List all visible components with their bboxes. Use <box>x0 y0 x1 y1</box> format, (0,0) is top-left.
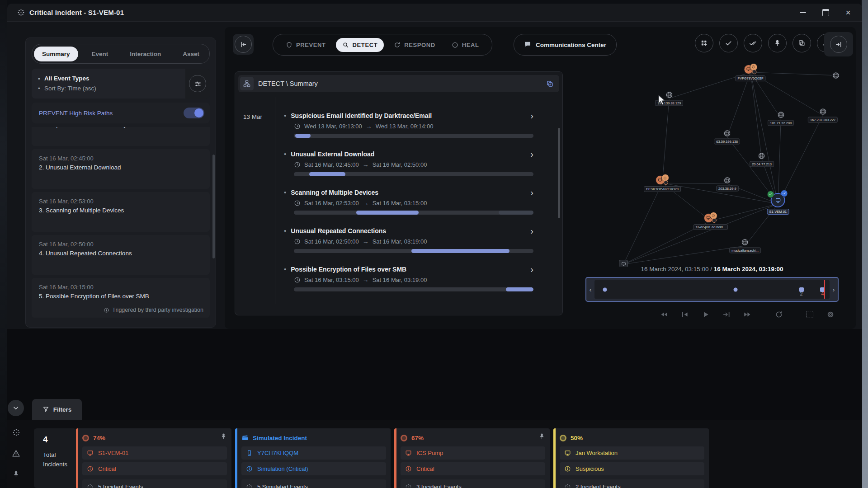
pin-icon[interactable] <box>538 433 545 441</box>
card-severity-row[interactable]: Simulation (Critical) <box>241 462 386 475</box>
chevron-right-icon[interactable]: › <box>530 264 533 275</box>
monitor-icon <box>405 450 412 456</box>
detect-event[interactable]: •Unusual Repeated Connections›Sat 16 Mar… <box>284 227 533 253</box>
card-events-row[interactable]: 5 Simulated Events <box>241 479 386 488</box>
replay-button[interactable] <box>774 310 783 319</box>
graph-node-musicalfansachi-[interactable]: musicalfansachi... <box>729 239 761 253</box>
pin-icon[interactable] <box>220 433 227 441</box>
expand-right-button[interactable] <box>824 32 853 56</box>
double-check-button[interactable] <box>744 34 762 52</box>
graph-node-203-38-59-9[interactable]: 203.38.59.9 <box>716 176 739 191</box>
check-button[interactable] <box>719 34 738 52</box>
sidebar-event-item[interactable]: 1. Suspicious Email Identified by Darktr… <box>32 127 210 146</box>
sidebar-event-item[interactable]: Sat 16 Mar, 02:53:003. Scanning of Multi… <box>32 192 210 232</box>
card-severity-row[interactable]: Suspicious <box>560 462 704 475</box>
total-incidents-word1: Total <box>43 450 76 460</box>
tab-summary[interactable]: Summary <box>34 47 78 61</box>
card-severity-row[interactable]: Critical <box>82 462 227 475</box>
tab-event[interactable]: Event <box>84 47 117 61</box>
rewind-button[interactable] <box>660 310 669 319</box>
detect-event[interactable]: •Scanning of Multiple Devices›Sat 16 Mar… <box>284 188 533 215</box>
detect-scrollbar[interactable] <box>558 128 560 218</box>
scrub-right-chevron[interactable]: › <box>830 286 838 293</box>
filters-tab[interactable]: Filters <box>32 399 82 420</box>
timeline-marker[interactable] <box>734 287 738 291</box>
scrub-left-chevron[interactable]: ‹ <box>586 286 594 293</box>
card-device-row[interactable]: ICS Pump <box>401 446 545 460</box>
incident-card-s1-vem-01[interactable]: 74%S1-VEM-01Critical5 Incident Events <box>76 428 231 488</box>
graph-node-fvfg78v6q0sf[interactable]: FVFG78V6Q0SF <box>736 63 766 81</box>
skip-next-button[interactable] <box>722 310 731 319</box>
card-events-row[interactable]: 2 Incident Events <box>560 479 704 488</box>
incident-mesh-icon[interactable] <box>12 428 20 436</box>
collapse-bottom-button[interactable] <box>8 400 24 416</box>
graph-node-s1-vem-01[interactable]: S1-VEM-01 <box>767 193 789 215</box>
fast-forward-button[interactable] <box>743 310 752 319</box>
communications-center-button[interactable]: Communications Center <box>514 34 617 56</box>
minimize-button[interactable] <box>797 7 809 19</box>
detect-event-title: Scanning of Multiple Devices <box>291 189 378 196</box>
phase-tab-prevent[interactable]: PREVENT <box>279 38 332 52</box>
incident-card-ics-pump[interactable]: 67%ICS PumpCritical3 Incident Events <box>394 428 550 488</box>
warning-icon[interactable] <box>12 449 20 458</box>
apps-add-button[interactable] <box>695 34 713 52</box>
graph-node-desktop-n2evo29[interactable]: DESKTOP-N2EVO29 <box>644 174 681 192</box>
phase-tab-respond[interactable]: RESPOND <box>387 38 442 52</box>
card-events-row[interactable]: 5 Incident Events <box>82 479 227 488</box>
skip-start-button[interactable] <box>680 310 689 319</box>
collapse-panel-button[interactable] <box>233 34 254 55</box>
chevron-right-icon[interactable]: › <box>530 111 533 121</box>
filter-summary-box: All Event Types Sort By: Time (asc) <box>32 69 210 99</box>
timeline-scrubber[interactable]: ‹ 24 › <box>585 277 839 302</box>
arrow-right-icon: → <box>363 199 369 206</box>
card-device-row[interactable]: Jan Workstation <box>560 446 704 460</box>
maximize-button[interactable] <box>820 7 831 19</box>
arrow-right-icon: → <box>363 161 369 168</box>
detect-event[interactable]: •Suspicious Email Identified by Darktrac… <box>284 112 533 138</box>
incident-card-y7ch7khqqm[interactable]: Simulated IncidentY7CH7KHQQMSimulation (… <box>235 428 391 488</box>
phase-tab-heal[interactable]: HEAL <box>445 38 486 52</box>
sidebar-scrollbar[interactable] <box>212 155 215 258</box>
chevron-right-icon[interactable]: › <box>530 149 533 160</box>
tab-interaction[interactable]: Interaction <box>122 47 169 61</box>
graph-node-167-237-203-227[interactable]: 167.237.203.227 <box>808 108 838 123</box>
detect-event[interactable]: •Possible Encryption of Files over SMB›S… <box>284 265 533 291</box>
timeline-marker[interactable] <box>603 287 607 291</box>
heal-icon <box>452 42 458 48</box>
chevron-right-icon[interactable]: › <box>530 226 533 236</box>
chevron-right-icon[interactable]: › <box>530 188 533 198</box>
card-device-row[interactable]: S1-VEM-01 <box>82 446 227 460</box>
device-name: Y7CH7KHQQM <box>257 450 298 456</box>
scrubber-track[interactable]: 24 <box>594 280 830 299</box>
copy-icon[interactable] <box>546 80 554 88</box>
card-events-row[interactable]: 3 Incident Events <box>401 479 545 488</box>
graph-node-191-139-88-129[interactable]: 191.139.88.129 <box>655 91 683 106</box>
copy-button[interactable] <box>793 34 811 52</box>
prevent-toggle[interactable] <box>184 108 204 118</box>
graph-node-181-71-32-208[interactable]: 181.71.32.208 <box>768 111 794 126</box>
phase-tab-detect[interactable]: DETECT <box>336 38 384 52</box>
graph-node[interactable] <box>832 71 840 79</box>
sidebar-event-item[interactable]: Sat 16 Mar, 02:50:004. Unusual Repeated … <box>32 235 210 275</box>
sidebar-event-item[interactable]: Sat 16 Mar, 03:15:005. Possible Encrypti… <box>32 278 210 318</box>
play-button[interactable] <box>701 310 710 319</box>
tab-asset[interactable]: Asset <box>175 47 208 61</box>
detect-event-title: Unusual Repeated Connections <box>291 227 386 235</box>
card-device-row[interactable]: Y7CH7KHQQM <box>241 446 386 460</box>
incident-card-jan-workstation[interactable]: 50%Jan WorkstationSuspicious2 Incident E… <box>553 428 709 488</box>
sidebar-event-item[interactable]: Sat 16 Mar, 02:45:002. Unusual External … <box>32 149 210 189</box>
graph-node-20-64-77-213[interactable]: 20.64.77.213 <box>750 152 774 167</box>
graph-node-63-59-199-136[interactable]: 63.59.199.136 <box>714 129 740 144</box>
playhead-line[interactable] <box>824 280 825 299</box>
settings-button[interactable] <box>826 310 835 319</box>
sliders-icon[interactable] <box>189 75 206 92</box>
close-button[interactable]: × <box>842 7 854 19</box>
select-area-button[interactable] <box>805 310 814 319</box>
graph-node-s1-dc-p01-ad-hold-[interactable]: s1-dc-p01.ad.hold... <box>693 212 728 230</box>
card-severity-row[interactable]: Critical <box>401 462 545 475</box>
detect-event[interactable]: •Unusual External Download›Sat 16 Mar, 0… <box>284 150 533 176</box>
events-count: 5 Incident Events <box>98 483 143 488</box>
pin-button[interactable] <box>768 34 787 52</box>
pin-icon[interactable] <box>12 470 20 478</box>
node-label: FVFG78V6Q0SF <box>736 75 766 81</box>
